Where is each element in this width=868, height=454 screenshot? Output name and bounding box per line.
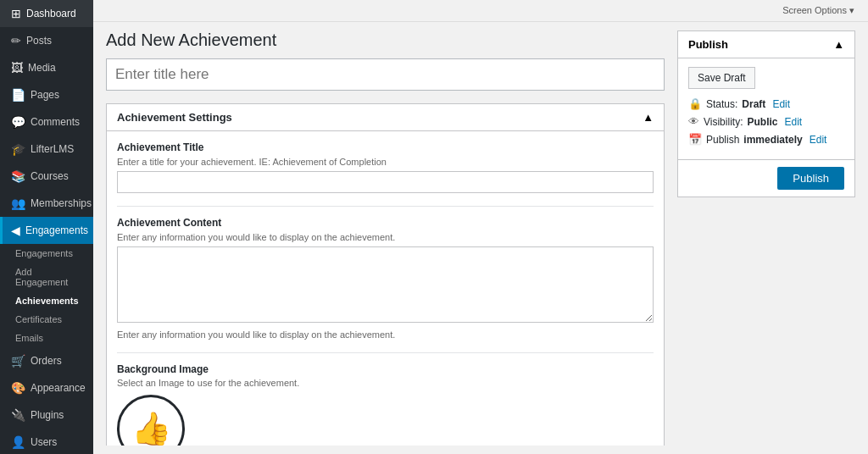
visibility-label: Visibility: [704,116,743,128]
content-area: Add New Achievement Achievement Settings… [93,22,868,454]
achievement-content-field-group: Achievement Content Enter any informatio… [117,217,654,340]
achievement-title-field-group: Achievement Title Enter a title for your… [117,141,654,193]
save-draft-button[interactable]: Save Draft [688,67,755,89]
users-icon: 👤 [11,435,25,449]
status-row: 🔒 Status: Draft Edit [688,97,844,110]
metabox-toggle-icon: ▲ [643,111,654,124]
main-area: Screen Options ▾ Add New Achievement Ach… [93,0,868,454]
media-icon: 🖼 [11,61,23,75]
sidebar-item-orders[interactable]: 🛒 Orders [0,347,93,374]
achievement-content-textarea[interactable] [117,246,654,323]
metabox-title: Achievement Settings [117,111,232,124]
achievement-title-label: Achievement Title [117,141,654,153]
publish-time-edit-link[interactable]: Edit [810,134,827,146]
screen-options-button[interactable]: Screen Options ▾ [777,3,860,18]
pages-icon: 📄 [11,88,25,102]
divider-1 [117,206,654,207]
comments-icon: 💬 [11,115,25,129]
background-image-section: Background Image Select an Image to use … [117,363,654,446]
sidebar-sub-achievements[interactable]: Achievements [0,291,93,310]
side-panel: Publish ▲ Save Draft 🔒 Status: Draft Edi… [677,30,855,446]
status-label: Status: [706,98,737,110]
post-title-input[interactable] [106,58,665,91]
status-value: Draft [742,98,765,110]
sidebar-sub-engagements[interactable]: Engagements [0,244,93,263]
publish-header[interactable]: Publish ▲ [678,31,854,58]
visibility-icon: 👁 [688,115,699,128]
publish-body: Save Draft 🔒 Status: Draft Edit 👁 Visibi… [678,58,854,159]
appearance-icon: 🎨 [11,381,25,395]
visibility-row: 👁 Visibility: Public Edit [688,115,844,128]
sidebar-item-comments[interactable]: 💬 Comments [0,108,93,136]
sidebar-sub-emails[interactable]: Emails [0,329,93,347]
visibility-edit-link[interactable]: Edit [784,116,802,128]
divider-2 [117,352,654,353]
status-icon: 🔒 [688,97,702,110]
memberships-icon: 👥 [11,197,25,210]
dashboard-icon: ⊞ [11,7,21,20]
background-image-title: Background Image [117,363,654,375]
sidebar-item-users[interactable]: 👤 Users [0,429,93,454]
visibility-value: Public [747,116,777,128]
engagements-icon: ◀ [11,224,20,237]
achievement-content-footer-hint: Enter any information you would like to … [117,329,654,340]
sidebar-item-plugins[interactable]: 🔌 Plugins [0,401,93,429]
achievement-title-input[interactable] [117,171,654,193]
calendar-icon: 📅 [688,133,702,146]
sidebar-item-posts[interactable]: ✏ Posts [0,27,93,54]
achievement-content-label: Achievement Content [117,217,654,229]
metabox-header[interactable]: Achievement Settings ▲ [107,104,664,131]
sidebar-sub-certificates[interactable]: Certificates [0,310,93,329]
publish-toggle-icon: ▲ [833,38,844,51]
publish-box: Publish ▲ Save Draft 🔒 Status: Draft Edi… [677,30,855,197]
achievement-image-preview: 👍 [117,395,185,446]
achievement-content-hint: Enter any information you would like to … [117,232,654,242]
status-edit-link[interactable]: Edit [772,98,790,110]
metabox-body: Achievement Title Enter a title for your… [107,131,664,446]
publish-time-label: Publish [706,134,739,146]
courses-icon: 📚 [11,169,25,183]
sidebar-item-engagements[interactable]: ◀ Engagements [0,217,93,244]
sidebar-item-memberships[interactable]: 👥 Memberships [0,190,93,217]
orders-icon: 🛒 [11,354,25,368]
sidebar-item-pages[interactable]: 📄 Pages [0,81,93,108]
publish-time-value: immediately [743,134,802,146]
publish-button[interactable]: Publish [777,167,844,190]
page-title: Add New Achievement [106,30,665,50]
sidebar-item-media[interactable]: 🖼 Media [0,54,93,81]
sidebar-item-dashboard[interactable]: ⊞ Dashboard [0,0,93,27]
lifterlms-icon: 🎓 [11,142,25,156]
top-bar: Screen Options ▾ [93,0,868,22]
main-column: Add New Achievement Achievement Settings… [106,30,677,446]
sidebar-item-lifterlms[interactable]: 🎓 LifterLMS [0,136,93,163]
background-image-hint: Select an Image to use for the achieveme… [117,378,654,388]
publish-heading: Publish [688,38,728,51]
sidebar-sub-add-engagement[interactable]: Add Engagement [0,263,93,291]
publish-time-row: 📅 Publish immediately Edit [688,133,844,146]
achievement-settings-metabox: Achievement Settings ▲ Achievement Title… [106,103,665,446]
publish-footer: Publish [678,159,854,197]
plugins-icon: 🔌 [11,408,25,422]
sidebar: ⊞ Dashboard ✏ Posts 🖼 Media 📄 Pages 💬 Co… [0,0,93,454]
sidebar-item-appearance[interactable]: 🎨 Appearance [0,374,93,401]
achievement-title-hint: Enter a title for your achievement. IE: … [117,157,654,167]
posts-icon: ✏ [11,34,21,47]
sidebar-item-courses[interactable]: 📚 Courses [0,163,93,190]
